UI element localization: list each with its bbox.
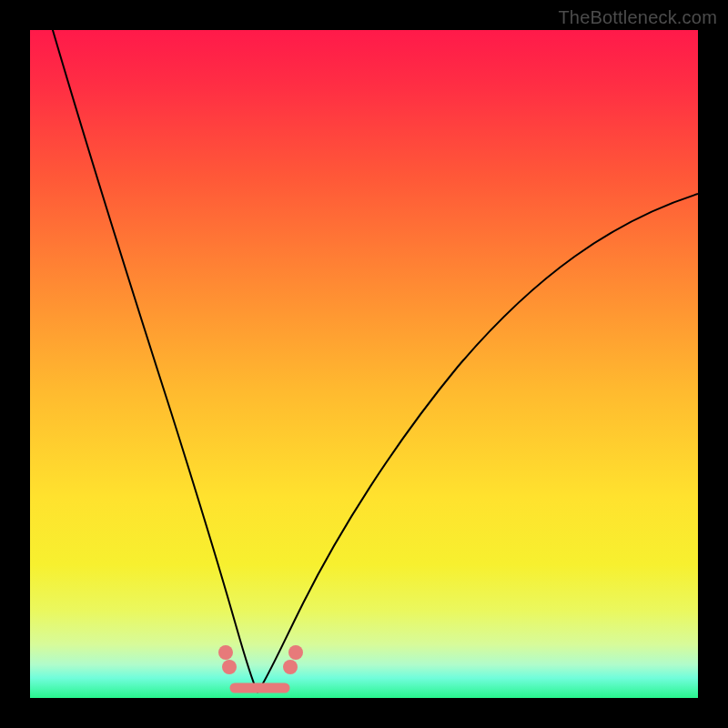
chart-svg: [30, 30, 698, 698]
curve-left: [50, 30, 258, 693]
chart-plot-area: [30, 30, 698, 698]
marker-dot: [222, 660, 237, 674]
marker-dot: [218, 645, 233, 660]
marker-dot: [288, 645, 303, 660]
watermark-text: TheBottleneck.com: [558, 7, 717, 28]
marker-dot: [283, 660, 298, 674]
curve-right: [258, 194, 698, 693]
chart-frame: TheBottleneck.com: [0, 0, 728, 728]
